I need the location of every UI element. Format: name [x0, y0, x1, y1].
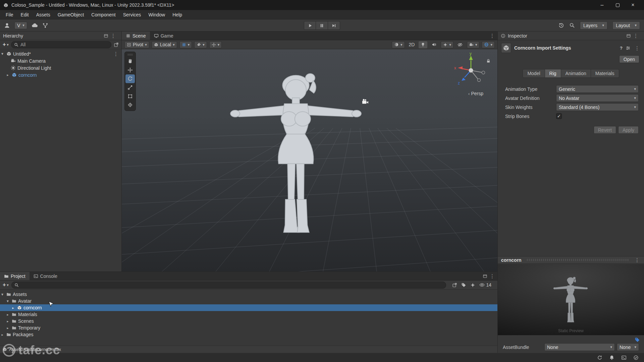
preview-drag-handle[interactable]: [526, 259, 629, 261]
layout-dropdown[interactable]: Layout ▾: [612, 21, 640, 29]
palette-drag-handle[interactable]: [127, 54, 133, 55]
close-button[interactable]: ×: [625, 0, 641, 10]
tree-row-avatar[interactable]: ▼ Avatar: [0, 298, 497, 304]
menu-gameobject[interactable]: GameObject: [54, 12, 88, 17]
menu-edit[interactable]: Edit: [17, 12, 33, 17]
layers-dropdown[interactable]: Layers ▾: [580, 21, 607, 29]
effects-dropdown[interactable]: ▾: [441, 41, 453, 48]
menu-assets[interactable]: Assets: [33, 12, 54, 17]
refresh-status-icon[interactable]: [597, 355, 602, 360]
audio-toggle[interactable]: [430, 41, 438, 48]
kebab-menu-icon[interactable]: ⋮: [634, 46, 641, 51]
step-button[interactable]: [328, 21, 340, 30]
kebab-menu-icon[interactable]: ⋮: [112, 51, 119, 56]
hidden-count-toggle[interactable]: 14: [479, 282, 491, 288]
label-icon[interactable]: [461, 283, 466, 288]
kebab-menu-icon[interactable]: ⋮: [489, 274, 496, 279]
disclosure-closed-icon[interactable]: ▸: [5, 326, 10, 330]
tab-animation[interactable]: Animation: [561, 69, 591, 78]
create-asset-button[interactable]: + ▾: [3, 282, 9, 288]
open-button[interactable]: Open: [619, 55, 639, 63]
pivot-dropdown[interactable]: Pivot ▾: [124, 41, 149, 48]
minimize-button[interactable]: –: [594, 0, 610, 10]
favorites-icon[interactable]: [470, 283, 475, 288]
tree-row-assets[interactable]: ▼ Assets: [0, 291, 497, 298]
asset-labels-icon[interactable]: [635, 337, 640, 343]
dock-icon[interactable]: [483, 274, 487, 279]
kebab-menu-icon[interactable]: ⋮: [110, 33, 117, 38]
disclosure-closed-icon[interactable]: ▸: [5, 313, 10, 316]
grid-visibility-dropdown[interactable]: ▾: [179, 41, 192, 48]
hierarchy-item-directional-light[interactable]: Directional Light: [0, 64, 121, 71]
scene-row[interactable]: ▼ Untitled* ⋮: [0, 50, 121, 57]
search-icon[interactable]: [569, 22, 575, 28]
tab-project[interactable]: Project: [0, 272, 30, 280]
dock-icon[interactable]: [104, 34, 108, 38]
2d-toggle[interactable]: 2D: [407, 41, 417, 48]
kebab-menu-icon[interactable]: ⋮: [634, 257, 641, 262]
assetbundle-dropdown[interactable]: None ▾: [544, 343, 615, 351]
tree-row-temporary[interactable]: ▸ Temporary: [0, 324, 497, 331]
dock-icon[interactable]: [626, 34, 631, 38]
tree-row-corncorn[interactable]: ▸ corncorn: [0, 304, 497, 311]
create-button[interactable]: + ▾: [3, 42, 9, 48]
camera-gizmo-icon[interactable]: [362, 98, 369, 106]
kebab-menu-icon[interactable]: ⋮: [632, 33, 639, 38]
tree-row-packages[interactable]: ▸ Packages: [0, 331, 497, 338]
account-icon[interactable]: [4, 22, 10, 28]
lighting-toggle[interactable]: [419, 41, 427, 48]
orientation-gizmo[interactable]: y x z: [452, 51, 489, 90]
skin-weights-dropdown[interactable]: Standard (4 Bones) ▾: [556, 103, 639, 111]
undo-history-icon[interactable]: [558, 22, 564, 28]
revert-button[interactable]: Revert: [594, 126, 616, 134]
tree-row-scenes[interactable]: ▸ Scenes: [0, 318, 497, 324]
scene-visibility-toggle[interactable]: [456, 41, 465, 48]
avatar-definition-dropdown[interactable]: No Avatar ▾: [556, 94, 639, 102]
kebab-menu-icon[interactable]: ⋮: [489, 33, 496, 38]
open-asset-icon[interactable]: [452, 283, 457, 288]
tool-rect[interactable]: [125, 92, 135, 101]
pause-button[interactable]: [316, 21, 328, 30]
tree-row-materials[interactable]: ▸ Materials: [0, 311, 497, 318]
preview-pane[interactable]: Static Preview: [498, 264, 644, 335]
play-button[interactable]: [304, 21, 316, 30]
notifications-bell-icon[interactable]: [609, 355, 614, 360]
preview-header[interactable]: corncorn ⋮: [498, 256, 644, 264]
scene-viewport[interactable]: y x z ‹ Persp: [122, 49, 497, 272]
animation-type-dropdown[interactable]: Generic ▾: [556, 85, 639, 93]
menu-services[interactable]: Services: [119, 12, 145, 17]
tab-model[interactable]: Model: [523, 69, 545, 78]
disclosure-closed-icon[interactable]: ▸: [5, 73, 10, 77]
presets-icon[interactable]: [626, 46, 631, 51]
tool-hand[interactable]: [125, 57, 135, 66]
disclosure-open-icon[interactable]: ▼: [0, 293, 5, 296]
strip-bones-checkbox[interactable]: ✓: [556, 113, 562, 119]
snap-dropdown[interactable]: ▾: [194, 41, 207, 48]
tool-rotate[interactable]: [125, 74, 135, 83]
disclosure-open-icon[interactable]: ▼: [0, 52, 5, 56]
camera-settings-dropdown[interactable]: ▾: [467, 41, 480, 48]
projection-label[interactable]: ‹ Persp: [468, 91, 483, 96]
disclosure-closed-icon[interactable]: ▸: [0, 333, 5, 337]
menu-window[interactable]: Window: [145, 12, 169, 17]
tab-scene[interactable]: Scene: [122, 32, 150, 40]
hierarchy-item-main-camera[interactable]: Main Camera: [0, 57, 121, 64]
lock-icon[interactable]: [486, 59, 491, 63]
draw-mode-dropdown[interactable]: ▾: [392, 41, 405, 48]
hierarchy-item-corncorn[interactable]: ▸ corncorn: [0, 71, 121, 78]
help-icon[interactable]: ?: [620, 46, 623, 51]
tab-materials[interactable]: Materials: [591, 69, 619, 78]
hierarchy-search-input[interactable]: All: [11, 41, 111, 48]
disclosure-closed-icon[interactable]: ▸: [11, 306, 15, 310]
increment-snap-dropdown[interactable]: ▾: [209, 41, 222, 48]
tool-move[interactable]: [125, 66, 135, 74]
disclosure-closed-icon[interactable]: ▸: [5, 319, 10, 323]
tab-game[interactable]: Game: [150, 32, 177, 40]
assetbundle-variant-dropdown[interactable]: None ▾: [617, 343, 639, 351]
scene-picker-icon[interactable]: [114, 42, 119, 47]
cloud-icon[interactable]: [32, 22, 38, 28]
gizmos-dropdown[interactable]: ▾: [482, 41, 495, 48]
version-control-icon[interactable]: [42, 22, 48, 28]
account-dropdown[interactable]: V ▾: [14, 22, 27, 29]
menu-file[interactable]: File: [2, 12, 17, 17]
